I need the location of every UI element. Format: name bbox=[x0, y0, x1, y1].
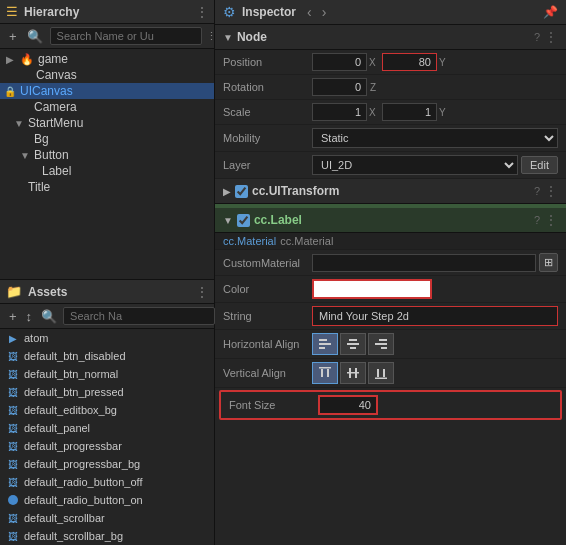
asset-item-progressbar[interactable]: 🖼 default_progressbar bbox=[0, 437, 214, 455]
layer-row: Layer UI_2D Edit bbox=[215, 152, 566, 179]
assets-sort-btn[interactable]: ↕ bbox=[23, 308, 36, 325]
asset-item-radio-on[interactable]: default_radio_button_on bbox=[0, 491, 214, 509]
asset-item-btn-disabled[interactable]: 🖼 default_btn_disabled bbox=[0, 347, 214, 365]
node-menu[interactable]: ⋮ bbox=[544, 29, 558, 45]
asset-icon-atom: ▶ bbox=[6, 331, 20, 345]
hierarchy-title: Hierarchy bbox=[24, 5, 79, 19]
tree-label-button: Button bbox=[34, 148, 69, 162]
tree-item-camera[interactable]: Camera bbox=[0, 99, 214, 115]
scale-fields: X Y bbox=[312, 103, 558, 121]
custom-material-pick-btn[interactable]: ⊞ bbox=[539, 253, 558, 272]
assets-search-btn[interactable]: 🔍 bbox=[38, 308, 60, 325]
h-align-right[interactable] bbox=[368, 333, 394, 355]
node-help[interactable]: ? bbox=[534, 31, 540, 43]
asset-label-scrollbar-bg: default_scrollbar_bg bbox=[24, 530, 123, 542]
tree-arrow-startmenu: ▼ bbox=[14, 118, 26, 129]
hierarchy-search-icon[interactable]: 🔍 bbox=[24, 28, 46, 45]
asset-icon-progressbar-bg: 🖼 bbox=[6, 457, 20, 471]
cclabel-help[interactable]: ? bbox=[534, 214, 540, 226]
scale-y-axis: Y bbox=[439, 107, 449, 118]
tree-item-button[interactable]: ▼ Button bbox=[0, 147, 214, 163]
color-picker[interactable] bbox=[312, 279, 432, 299]
tree-item-game[interactable]: ▶ 🔥 game bbox=[0, 51, 214, 67]
tree-item-bg[interactable]: Bg bbox=[0, 131, 214, 147]
tree-item-title[interactable]: Title bbox=[0, 179, 214, 195]
position-y-axis: Y bbox=[439, 57, 449, 68]
tree-label-title: Title bbox=[28, 180, 50, 194]
horizontal-align-group bbox=[312, 333, 394, 355]
uitransform-title: cc.UITransform bbox=[252, 184, 339, 198]
asset-label-scrollbar: default_scrollbar bbox=[24, 512, 105, 524]
inspector-back-btn[interactable]: ‹ bbox=[304, 4, 315, 20]
string-input[interactable] bbox=[312, 306, 558, 326]
rotation-row: Rotation Z bbox=[215, 75, 566, 100]
v-align-top[interactable] bbox=[312, 362, 338, 384]
scale-y-group: Y bbox=[382, 103, 449, 121]
tree-item-startmenu[interactable]: ▼ StartMenu bbox=[0, 115, 214, 131]
custom-material-label: CustomMaterial bbox=[223, 257, 308, 269]
asset-item-progressbar-bg[interactable]: 🖼 default_progressbar_bg bbox=[0, 455, 214, 473]
h-align-left[interactable] bbox=[312, 333, 338, 355]
assets-add-btn[interactable]: + bbox=[6, 308, 20, 325]
node-title: Node bbox=[237, 30, 267, 44]
hierarchy-add-btn[interactable]: + bbox=[6, 28, 20, 45]
string-fields bbox=[312, 306, 558, 326]
position-y-input[interactable] bbox=[382, 53, 437, 71]
uitransform-menu[interactable]: ⋮ bbox=[544, 183, 558, 199]
hierarchy-search-input[interactable] bbox=[50, 27, 202, 45]
assets-toolbar: + ↕ 🔍 ☰ ↻ bbox=[0, 304, 214, 329]
cclabel-menu[interactable]: ⋮ bbox=[544, 212, 558, 228]
asset-list: ▶ atom 🖼 default_btn_disabled 🖼 default_… bbox=[0, 329, 214, 545]
tree-item-label[interactable]: Label bbox=[0, 163, 214, 179]
inspector-forward-btn[interactable]: › bbox=[319, 4, 330, 20]
cc-material-label: cc.Material bbox=[223, 235, 276, 247]
v-align-middle[interactable] bbox=[340, 362, 366, 384]
scale-y-input[interactable] bbox=[382, 103, 437, 121]
font-size-label: Font Size bbox=[229, 399, 314, 411]
horizontal-align-row: Horizontal Align bbox=[215, 330, 566, 359]
mobility-select[interactable]: Static Dynamic bbox=[312, 128, 558, 148]
font-size-input[interactable] bbox=[318, 395, 378, 415]
node-section-header: ▼ Node ? ⋮ bbox=[215, 25, 566, 50]
tree-item-canvas[interactable]: Canvas bbox=[0, 67, 214, 83]
tree-item-uicanvas[interactable]: 🔒 UICanvas bbox=[0, 83, 214, 99]
uitransform-checkbox[interactable] bbox=[235, 185, 248, 198]
custom-material-row: CustomMaterial ⊞ bbox=[215, 250, 566, 276]
asset-item-panel[interactable]: 🖼 default_panel bbox=[0, 419, 214, 437]
svg-rect-17 bbox=[383, 369, 385, 377]
scale-label: Scale bbox=[223, 106, 308, 118]
inspector-nav: ‹ › bbox=[304, 4, 329, 20]
custom-material-input[interactable] bbox=[312, 254, 536, 272]
uitransform-help[interactable]: ? bbox=[534, 185, 540, 197]
layer-edit-btn[interactable]: Edit bbox=[521, 156, 558, 174]
string-row: String bbox=[215, 303, 566, 330]
asset-item-scrollbar[interactable]: 🖼 default_scrollbar bbox=[0, 509, 214, 527]
rotation-input[interactable] bbox=[312, 78, 367, 96]
rotation-fields: Z bbox=[312, 78, 558, 96]
scale-x-input[interactable] bbox=[312, 103, 367, 121]
asset-label-btn-disabled: default_btn_disabled bbox=[24, 350, 126, 362]
assets-menu[interactable]: ⋮ bbox=[196, 285, 208, 299]
v-align-bottom[interactable] bbox=[368, 362, 394, 384]
asset-item-atom[interactable]: ▶ atom bbox=[0, 329, 214, 347]
asset-item-radio-off[interactable]: 🖼 default_radio_button_off bbox=[0, 473, 214, 491]
cc-material-row: cc.Material cc.Material bbox=[215, 233, 566, 250]
asset-label-btn-pressed: default_btn_pressed bbox=[24, 386, 124, 398]
asset-item-scrollbar-bg[interactable]: 🖼 default_scrollbar_bg bbox=[0, 527, 214, 545]
rotation-z-axis: Z bbox=[370, 82, 380, 93]
layer-select[interactable]: UI_2D bbox=[312, 155, 518, 175]
h-align-center[interactable] bbox=[340, 333, 366, 355]
svg-rect-8 bbox=[381, 347, 387, 349]
horizontal-align-fields bbox=[312, 333, 558, 355]
position-x-input[interactable] bbox=[312, 53, 367, 71]
cclabel-checkbox[interactable] bbox=[237, 214, 250, 227]
asset-item-btn-pressed[interactable]: 🖼 default_btn_pressed bbox=[0, 383, 214, 401]
asset-item-editbox-bg[interactable]: 🖼 default_editbox_bg bbox=[0, 401, 214, 419]
inspector-pin[interactable]: 📌 bbox=[543, 5, 558, 19]
position-x-axis: X bbox=[369, 57, 379, 68]
vertical-align-fields bbox=[312, 362, 558, 384]
assets-search-input[interactable] bbox=[63, 307, 215, 325]
hierarchy-menu[interactable]: ⋮ bbox=[196, 5, 208, 19]
asset-item-btn-normal[interactable]: 🖼 default_btn_normal bbox=[0, 365, 214, 383]
tree-label-camera: Camera bbox=[34, 100, 77, 114]
